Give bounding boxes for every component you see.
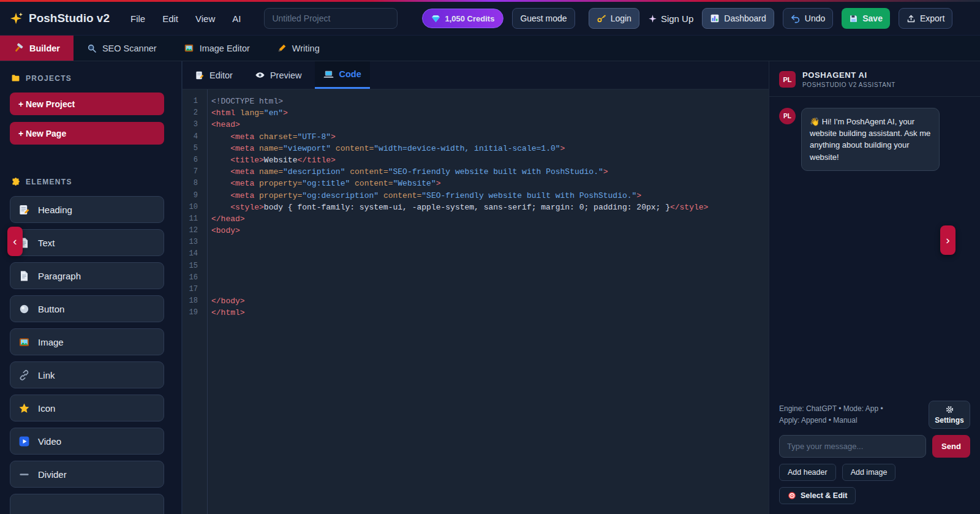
top-gradient-strip	[0, 0, 980, 2]
login-button[interactable]: Login	[589, 8, 639, 29]
line-number: 2	[183, 107, 203, 119]
menu-ai[interactable]: AI	[232, 13, 241, 24]
add-image-button[interactable]: Add image	[842, 464, 896, 481]
code-line: 19</html>	[183, 307, 769, 319]
ai-assistant-panel: PL POSHAGENT AI POSHSTUDIO V2 ASSISTANT …	[769, 61, 980, 514]
new-project-button[interactable]: + New Project	[10, 93, 164, 115]
export-button[interactable]: Export	[899, 8, 952, 29]
tab-seo-scanner[interactable]: SEO Scanner	[74, 36, 170, 61]
ai-panel-footer: Engine: ChatGPT • Mode: App • Apply: App…	[769, 395, 980, 514]
top-bar: PoshStudio v2 File Edit View AI 1,050 Cr…	[0, 2, 980, 36]
tab-writing[interactable]: Writing	[263, 36, 333, 61]
element-item-label: Icon	[38, 403, 55, 414]
play-icon	[18, 436, 30, 447]
element-item-icon[interactable]: Icon	[10, 395, 164, 421]
menu-edit[interactable]: Edit	[162, 13, 178, 24]
chat-message-bubble: 👋 Hi! I'm PoshAgent AI, your website bui…	[801, 108, 940, 171]
signup-button[interactable]: Sign Up	[648, 13, 693, 24]
settings-button[interactable]: Settings	[929, 401, 970, 429]
eye-icon	[255, 70, 265, 80]
send-button[interactable]: Send	[932, 435, 970, 458]
ai-panel-title: POSHAGENT AI	[802, 70, 895, 80]
code-line: 13	[183, 236, 769, 248]
login-label: Login	[611, 13, 631, 23]
element-item-label: Text	[38, 238, 55, 248]
diamond-icon	[431, 14, 440, 23]
avatar: PL	[779, 71, 796, 88]
project-name-input[interactable]	[264, 8, 398, 29]
page-icon	[18, 270, 30, 282]
line-number: 15	[183, 260, 203, 272]
tab-editor-label: Editor	[209, 70, 233, 80]
element-item-video[interactable]: Video	[10, 428, 164, 455]
app-logo: PoshStudio v2	[10, 12, 110, 25]
main-editor-area: Editor Preview Code 1<!DOCTYPE html	[183, 61, 769, 514]
floppy-disk-icon	[849, 14, 858, 23]
app-title: PoshStudio v2	[29, 12, 110, 25]
star-icon	[18, 403, 30, 414]
tab-preview-label: Preview	[270, 70, 302, 80]
collapse-left-panel-handle[interactable]: ‹	[7, 227, 23, 256]
element-item-label: Image	[38, 337, 64, 347]
save-label: Save	[862, 13, 883, 23]
element-item-image[interactable]: Image	[10, 328, 164, 355]
tab-image-editor-label: Image Editor	[200, 43, 250, 53]
element-item-label: Divider	[38, 469, 67, 480]
element-item-link[interactable]: Link	[10, 361, 164, 388]
dashboard-label: Dashboard	[724, 13, 766, 23]
element-item-label: Button	[38, 304, 64, 314]
menu-view[interactable]: View	[195, 13, 215, 24]
undo-button[interactable]: Undo	[783, 8, 833, 29]
select-edit-button[interactable]: Select & Edit	[779, 487, 856, 504]
add-header-button[interactable]: Add header	[779, 464, 836, 481]
gutter-divider	[207, 89, 208, 514]
code-line: 7 <meta name="description" content="SEO-…	[183, 166, 769, 178]
export-label: Export	[920, 13, 944, 23]
sparkle-icon	[10, 12, 23, 25]
line-number: 7	[183, 166, 203, 178]
tab-code-label: Code	[339, 69, 361, 79]
tab-image-editor[interactable]: Image Editor	[170, 36, 263, 61]
guest-mode-button[interactable]: Guest mode	[512, 8, 575, 29]
tab-seo-scanner-label: SEO Scanner	[102, 43, 157, 53]
code-editor[interactable]: 1<!DOCTYPE html>2<html lang="en">3<head>…	[183, 89, 769, 514]
collapse-right-panel-handle[interactable]: ›	[940, 225, 956, 255]
chat-message-input[interactable]	[779, 435, 926, 458]
element-item-text[interactable]: Text	[10, 229, 164, 256]
credits-badge[interactable]: 1,050 Credits	[422, 9, 503, 28]
code-line: 8 <meta property="og:title" content="Web…	[183, 178, 769, 189]
dashboard-button[interactable]: Dashboard	[702, 8, 774, 29]
menu-file[interactable]: File	[130, 13, 145, 24]
line-number: 13	[183, 236, 203, 248]
line-number: 5	[183, 143, 203, 154]
document-icon	[195, 70, 205, 80]
code-line: 6 <title>Website</title>	[183, 154, 769, 166]
line-number: 11	[183, 213, 203, 225]
element-item-partial[interactable]	[10, 494, 164, 514]
magnifier-icon	[87, 43, 97, 53]
code-line: 18</body>	[183, 295, 769, 307]
code-line: 3<head>	[183, 119, 769, 130]
puzzle-icon	[11, 177, 20, 186]
element-item-heading[interactable]: Heading	[10, 196, 164, 223]
tab-editor[interactable]: Editor	[186, 61, 241, 89]
select-edit-label: Select & Edit	[801, 491, 847, 500]
element-item-button[interactable]: Button	[10, 295, 164, 322]
element-item-label: Paragraph	[38, 271, 81, 281]
key-icon	[597, 13, 606, 23]
element-item-paragraph[interactable]: Paragraph	[10, 262, 164, 289]
avatar: PL	[779, 108, 796, 124]
line-number: 16	[183, 272, 203, 284]
element-item-label: Heading	[38, 205, 72, 215]
tab-builder[interactable]: Builder	[0, 36, 74, 61]
tab-code[interactable]: Code	[315, 61, 369, 89]
element-item-divider[interactable]: Divider	[10, 461, 164, 488]
save-button[interactable]: Save	[842, 8, 890, 29]
memo-icon	[18, 204, 30, 216]
tab-builder-label: Builder	[29, 43, 60, 53]
export-up-arrow-icon	[907, 14, 916, 23]
new-page-button[interactable]: + New Page	[10, 122, 164, 145]
tab-preview[interactable]: Preview	[246, 61, 311, 89]
line-number: 18	[183, 295, 203, 307]
framed-picture-icon	[18, 336, 30, 348]
